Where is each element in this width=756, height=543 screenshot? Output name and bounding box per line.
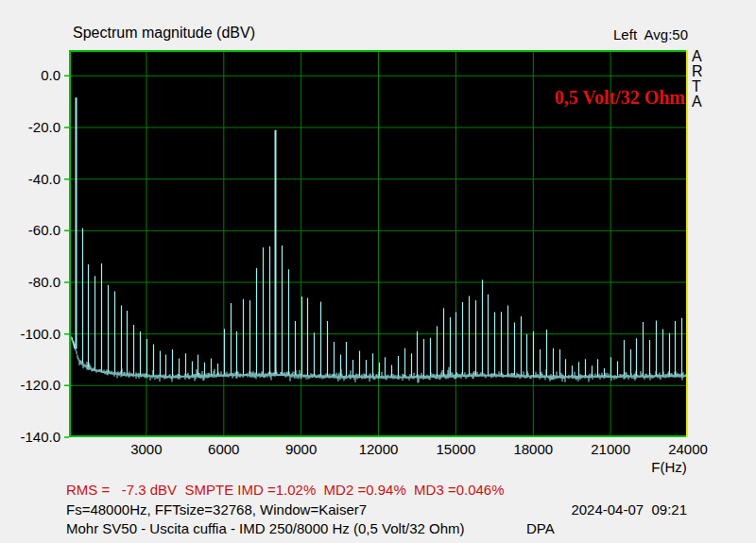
x-tick-label: 9000 xyxy=(268,441,335,457)
mic-label: DPA xyxy=(526,520,555,536)
y-tick-label: -40.0 xyxy=(0,171,60,188)
plot-title: Spectrum magnitude (dBV) xyxy=(73,25,255,42)
y-tick-label: -140.0 xyxy=(0,429,60,446)
y-tick-label: -20.0 xyxy=(0,119,60,136)
arta-logo-letter: A xyxy=(692,49,703,64)
x-axis-title: F(Hz) xyxy=(641,459,697,475)
y-tick-label: -120.0 xyxy=(0,377,60,394)
y-tick-label: -60.0 xyxy=(0,222,60,239)
x-tick-label: 15000 xyxy=(422,441,489,457)
arta-spectrum-window: Spectrum magnitude (dBV) Left Avg:50 0,5… xyxy=(0,0,756,543)
x-tick-label: 21000 xyxy=(577,441,644,457)
x-tick-label: 18000 xyxy=(500,441,566,457)
y-tick-label: 0.0 xyxy=(0,67,60,84)
y-tick-label: -80.0 xyxy=(0,274,60,291)
x-tick-label: 24000 xyxy=(655,441,721,457)
settings-line: Fs=48000Hz, FFTsize=32768, Window=Kaiser… xyxy=(66,501,367,518)
description-line: Mohr SV50 - Uscita cuffia - IMD 250/8000… xyxy=(66,520,465,536)
arta-logo-letter: A xyxy=(692,94,703,110)
arta-logo: A R T A xyxy=(692,49,703,110)
arta-logo-letter: R xyxy=(692,64,703,79)
datetime-label: 2024-04-07 09:21 xyxy=(571,501,687,518)
y-tick-label: -100.0 xyxy=(0,326,60,343)
channel-average-label: Left Avg:50 xyxy=(613,26,688,42)
x-tick-label: 3000 xyxy=(113,441,180,457)
stats-line: RMS = -7.3 dBV SMPTE IMD =1.02% MD2 =0.9… xyxy=(66,482,505,498)
x-tick-label: 6000 xyxy=(191,441,257,457)
x-tick-label: 12000 xyxy=(346,441,412,457)
spectrum-plot[interactable]: 0,5 Volt/32 Ohm xyxy=(69,50,688,437)
arta-logo-letter: T xyxy=(692,79,703,94)
overlay-level-label: 0,5 Volt/32 Ohm xyxy=(555,87,685,109)
